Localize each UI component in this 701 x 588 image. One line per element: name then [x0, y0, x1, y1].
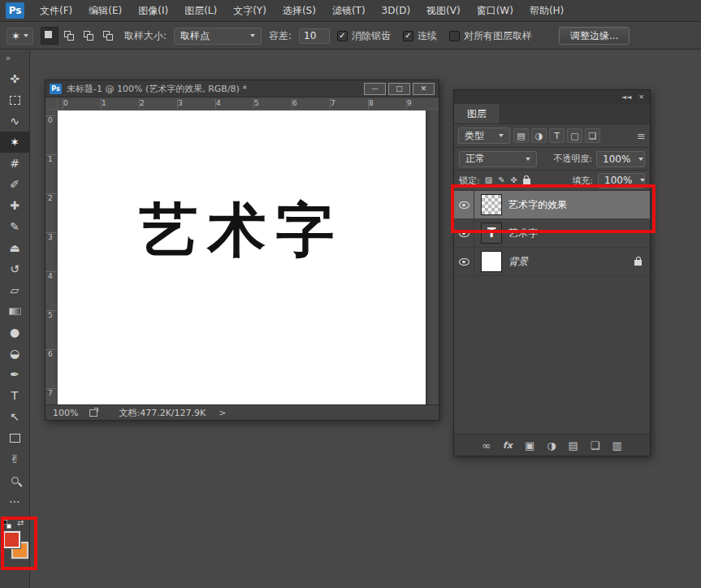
menu-item[interactable]: 图层(L): [176, 0, 225, 22]
eyedropper-tool[interactable]: ✐: [0, 174, 29, 195]
blend-mode-dropdown[interactable]: 正常: [459, 151, 537, 167]
filter-shape-layers-icon[interactable]: ▢: [567, 128, 582, 143]
add-layer-mask-icon[interactable]: ▣: [525, 440, 534, 451]
crop-tool[interactable]: #: [0, 153, 29, 174]
subtract-from-selection-mode[interactable]: [80, 27, 97, 45]
healing-brush-tool[interactable]: ✚: [0, 195, 29, 216]
adjustment-layer-icon[interactable]: ◑: [547, 440, 556, 451]
ruler-tick-label: 6: [48, 350, 53, 358]
close-panel-icon[interactable]: ✕: [638, 93, 644, 101]
maximize-button[interactable]: □: [388, 83, 410, 95]
more-tools[interactable]: ⋯: [0, 491, 29, 512]
filter-pixel-layers-icon[interactable]: ▤: [513, 128, 529, 143]
menu-item[interactable]: 文件(F): [32, 0, 80, 22]
panel-menu-icon[interactable]: ≡: [637, 131, 646, 141]
contiguous-checkbox-box: ✓: [403, 31, 413, 41]
tolerance-input[interactable]: [299, 28, 330, 44]
foreground-color-swatch[interactable]: [3, 531, 20, 548]
layer-thumbnail[interactable]: [481, 251, 502, 272]
move-tool-icon: ✜: [10, 73, 19, 84]
status-expand-icon[interactable]: >: [219, 408, 226, 418]
delete-layer-icon[interactable]: ▥: [612, 440, 622, 451]
marquee-tool[interactable]: [0, 89, 29, 110]
eraser-tool[interactable]: ▱: [0, 279, 29, 300]
filter-type-layers-icon[interactable]: T: [549, 128, 565, 143]
menu-item[interactable]: 编辑(E): [80, 0, 130, 22]
sample-all-layers-checkbox[interactable]: 对所有图层取样: [449, 29, 532, 43]
pen-tool[interactable]: ✒: [0, 364, 29, 385]
anti-alias-checkbox[interactable]: ✓消除锯齿: [337, 29, 391, 43]
collapse-panel-icon[interactable]: ◄◄: [621, 93, 631, 101]
sample-size-value: 取样点: [180, 29, 210, 43]
intersect-selection-mode[interactable]: [99, 27, 117, 45]
menu-item[interactable]: 滤镜(T): [324, 0, 374, 22]
swap-colors-icon[interactable]: ⇄: [17, 518, 24, 527]
canvas[interactable]: 艺术字: [58, 110, 426, 405]
lock-image-pixels-icon[interactable]: ✎: [498, 176, 504, 184]
lock-all-icon[interactable]: [523, 179, 530, 184]
menu-item[interactable]: 文字(Y): [225, 0, 275, 22]
gradient-tool[interactable]: [0, 300, 29, 322]
layer-row[interactable]: 背景: [454, 248, 650, 276]
tab-layers[interactable]: 图层: [454, 104, 500, 123]
history-brush-tool[interactable]: ↺: [0, 258, 29, 279]
lock-position-icon[interactable]: ✜: [511, 176, 517, 184]
move-tool[interactable]: ✜: [0, 68, 29, 89]
sample-all-layers-label: 对所有图层取样: [464, 29, 532, 43]
magic-wand-tool[interactable]: ✶: [0, 132, 29, 153]
filter-type-dropdown[interactable]: 类型: [458, 128, 510, 144]
new-selection-mode[interactable]: [41, 27, 58, 45]
contiguous-checkbox[interactable]: ✓连续: [403, 29, 437, 43]
lasso-tool-icon: ∿: [10, 115, 19, 127]
menu-item[interactable]: 图像(I): [130, 0, 176, 22]
layer-row[interactable]: T艺术字: [454, 219, 650, 248]
toolbar-collapse-button[interactable]: »: [0, 50, 29, 68]
rectangle-tool[interactable]: [0, 427, 29, 448]
document-title-bar[interactable]: Ps 未标题-1 @ 100% (艺术字的效果, RGB/8) * —□✕: [45, 80, 439, 97]
new-layer-icon[interactable]: ❏: [591, 440, 600, 451]
hand-tool[interactable]: ✌: [0, 448, 29, 469]
filter-adjustment-layers-icon[interactable]: ◑: [531, 128, 547, 143]
menu-item[interactable]: 视图(V): [418, 0, 469, 22]
rectangle-tool-icon: [10, 434, 20, 443]
clone-stamp-tool[interactable]: ⏏: [0, 237, 29, 258]
layer-style-icon[interactable]: fx: [503, 441, 513, 450]
default-colors-icon[interactable]: [2, 520, 11, 529]
layer-row[interactable]: 艺术字的效果: [454, 191, 650, 219]
visibility-toggle[interactable]: [454, 248, 474, 275]
link-layers-icon[interactable]: ∞: [482, 440, 491, 451]
dodge-tool[interactable]: ◒: [0, 343, 29, 364]
fill-dropdown[interactable]: 100%: [598, 173, 645, 188]
tolerance-label: 容差:: [269, 29, 292, 43]
close-button[interactable]: ✕: [413, 83, 435, 95]
ruler-tick-label: 0: [63, 99, 68, 107]
path-selection-tool-icon: ↖: [10, 411, 19, 422]
tool-preset-dropdown[interactable]: ✶: [6, 28, 33, 45]
lock-transparent-pixels-icon[interactable]: ▨: [485, 176, 492, 184]
blur-tool[interactable]: ●: [0, 322, 29, 343]
ruler-tick-label: 1: [102, 99, 106, 107]
ruler-tick-label: 7: [48, 389, 53, 397]
new-group-icon[interactable]: ▤: [569, 440, 578, 451]
menu-item[interactable]: 3D(D): [374, 0, 418, 22]
visibility-toggle[interactable]: [454, 191, 474, 218]
opacity-dropdown[interactable]: 100%: [596, 151, 645, 167]
path-selection-tool[interactable]: ↖: [0, 406, 29, 427]
zoom-tool[interactable]: [0, 469, 29, 491]
refine-edge-button[interactable]: 调整边缘...: [559, 27, 630, 45]
zoom-level[interactable]: 100%: [53, 408, 78, 418]
brush-tool[interactable]: ✎: [0, 216, 29, 237]
menu-item[interactable]: 选择(S): [275, 0, 324, 22]
minimize-button[interactable]: —: [364, 83, 386, 95]
filter-smart-objects-icon[interactable]: ❏: [585, 128, 600, 143]
menu-item[interactable]: 窗口(W): [469, 0, 521, 22]
sample-size-dropdown[interactable]: 取样点: [174, 28, 262, 45]
ruler-tick-label: 8: [369, 99, 374, 107]
visibility-toggle[interactable]: [454, 219, 474, 247]
layer-thumbnail[interactable]: [481, 194, 502, 215]
type-tool[interactable]: T: [0, 385, 29, 406]
layer-thumbnail[interactable]: T: [481, 223, 502, 244]
menu-item[interactable]: 帮助(H): [521, 0, 572, 22]
add-to-selection-mode[interactable]: [60, 27, 78, 45]
lasso-tool[interactable]: ∿: [0, 110, 29, 132]
